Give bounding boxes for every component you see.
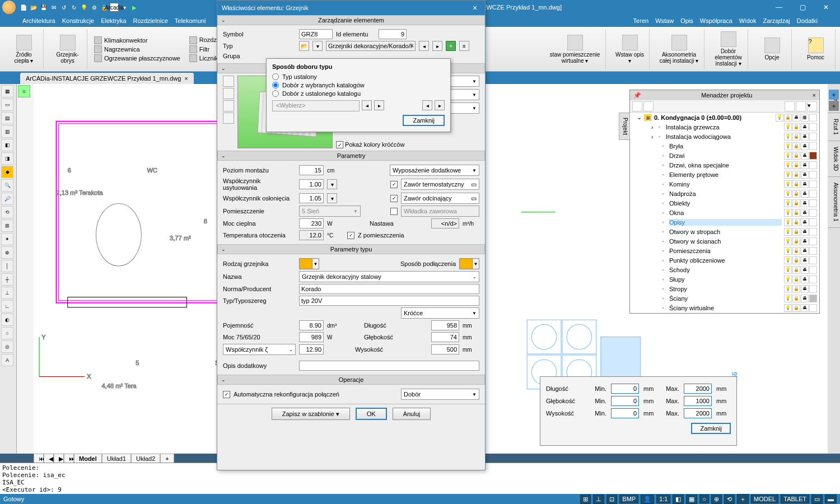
chevron-icon[interactable]: ⌄ — [221, 246, 226, 252]
bulb-icon[interactable]: 💡 — [784, 209, 792, 217]
nav-icon[interactable]: ▸ — [432, 41, 442, 51]
color-swatch[interactable] — [809, 171, 817, 179]
wo-input[interactable] — [299, 193, 324, 203]
color-swatch[interactable] — [809, 180, 817, 188]
print-icon[interactable]: 🖶 — [801, 133, 809, 141]
tree-row[interactable]: ▫Bryła💡🔒🖶 — [630, 141, 819, 151]
status-toggle[interactable]: ▦ — [686, 494, 697, 504]
tool-button[interactable]: ◐ — [1, 314, 13, 326]
tool-button[interactable]: │ — [1, 260, 13, 272]
pm-tool-icon[interactable] — [785, 101, 795, 111]
qat-icon[interactable]: ⚙ — [90, 3, 99, 12]
color-swatch[interactable] — [809, 247, 817, 255]
ribbon-button[interactable]: Aksonometria całej instalacji ▾ — [654, 29, 704, 69]
radiator-kind-swatch[interactable]: ▼ — [299, 258, 319, 269]
color-swatch[interactable] — [809, 237, 817, 245]
lock-icon[interactable]: 🔒 — [792, 237, 800, 245]
bulb-icon[interactable]: 💡 — [784, 228, 792, 236]
valve1-combo[interactable]: Zawór termostatyczny▭ — [401, 179, 479, 190]
length-max-input[interactable] — [684, 384, 712, 394]
depth-min-input[interactable] — [611, 396, 639, 406]
tree-row[interactable]: ▫Drzwi💡🔒🖶 — [630, 151, 819, 160]
depth-input[interactable] — [431, 332, 459, 342]
tree-row[interactable]: ▫Schody💡🔒🖶 — [630, 265, 819, 274]
dobor-combo[interactable]: Dobór▼ — [401, 389, 479, 400]
bulb-icon[interactable]: 💡 — [784, 180, 792, 188]
status-toggle[interactable]: BMP — [619, 494, 638, 503]
nav-icon[interactable]: ▸ — [374, 100, 384, 110]
view-icon[interactable] — [223, 76, 234, 87]
lock-icon[interactable]: 🔒 — [792, 256, 800, 264]
print-icon[interactable]: 🖶 — [801, 142, 809, 150]
color-swatch[interactable] — [809, 228, 817, 236]
ribbon-button[interactable]: Grzejnik-obrys — [48, 29, 87, 69]
tool-button[interactable]: ○ — [1, 327, 13, 339]
print-icon[interactable]: 🖶 — [792, 114, 800, 122]
side-tab[interactable]: Rzut 1 — [828, 113, 840, 141]
add-icon[interactable]: ＋ — [446, 41, 456, 51]
layout-combo[interactable]: Arcadia — [110, 3, 119, 12]
color-swatch[interactable] — [809, 133, 817, 141]
zeta-input[interactable] — [299, 344, 324, 354]
close-icon[interactable]: × — [469, 3, 480, 12]
print-icon[interactable]: 🖶 — [801, 171, 809, 179]
tree-row[interactable]: ▫Otwory w ścianach💡🔒🖶 — [630, 236, 819, 246]
view-icon[interactable] — [223, 100, 234, 111]
bulb-icon[interactable]: 💡 — [784, 295, 792, 302]
radio-fixed-type[interactable]: Typ ustalony — [272, 73, 445, 80]
status-toggle[interactable]: ⊕ — [711, 494, 722, 504]
nav-icon[interactable]: ◂ — [419, 41, 429, 51]
lock-icon[interactable]: 🔒 — [792, 285, 800, 293]
catalog-select[interactable]: <Wybierz> — [272, 100, 360, 111]
ribbon-button[interactable]: Źródło ciepła ▾ — [4, 29, 44, 69]
ribbon-button[interactable]: ?Pomoc — [796, 29, 836, 69]
tree-row[interactable]: ▫Ściany wirtualne💡🔒🖶 — [630, 303, 819, 312]
tool-button[interactable]: ▥ — [1, 125, 13, 138]
print-icon[interactable]: 🖶 — [801, 276, 809, 283]
lock-icon[interactable]: 🔒 — [792, 123, 800, 131]
lock-icon[interactable]: 🔒 — [792, 133, 800, 141]
nav-icon[interactable]: ▸ — [435, 100, 445, 110]
menu-item[interactable]: Opis — [680, 17, 693, 24]
tool-button[interactable]: ▦ — [1, 85, 13, 97]
nav-icon[interactable]: ◂ — [422, 100, 432, 110]
add-button[interactable]: ＋ — [829, 90, 839, 100]
tree-row[interactable]: ▫Okna💡🔒🖶 — [630, 208, 819, 217]
color-swatch[interactable] — [809, 209, 817, 217]
valve1-checkbox[interactable]: ✓ — [390, 181, 398, 188]
lock-icon[interactable]: 🔒 — [792, 199, 800, 207]
bulb-icon[interactable]: 💡 — [776, 114, 783, 122]
symbol-input[interactable] — [299, 29, 333, 39]
bulb-icon[interactable]: 💡 — [784, 152, 792, 160]
color-swatch[interactable] — [809, 199, 817, 207]
qat-play-icon[interactable]: ▶ — [130, 3, 139, 12]
qat-icon[interactable]: ✉ — [49, 3, 58, 12]
lock-icon[interactable]: 🔒 — [792, 171, 800, 179]
close-button[interactable]: Zamknij — [403, 115, 445, 126]
qat-dropdown-icon[interactable]: ▾ — [120, 3, 129, 12]
power75-input[interactable] — [299, 332, 324, 342]
status-toggle[interactable]: ⊞ — [580, 494, 591, 504]
status-toggle[interactable]: ▬ — [825, 494, 837, 503]
depth-max-input[interactable] — [684, 396, 712, 406]
settings-icon[interactable]: ≡ — [459, 41, 469, 51]
bulb-icon[interactable]: 💡 — [784, 161, 792, 169]
color-swatch[interactable] — [809, 276, 817, 283]
menu-item[interactable]: Dodatki — [797, 17, 818, 24]
show-colors-checkbox[interactable]: ✓ — [336, 141, 343, 148]
zeta-combo[interactable]: Współczynnik ζ⌄ — [223, 344, 296, 355]
pm-tool-icon[interactable] — [796, 101, 806, 111]
color-swatch[interactable] — [809, 218, 817, 226]
menu-item[interactable]: Elektryka — [101, 17, 126, 24]
lock-icon[interactable]: 🔒 — [792, 228, 800, 236]
ribbon-button[interactable]: Wstaw opis ▾ — [610, 29, 650, 69]
menu-item[interactable]: Architektura — [22, 17, 55, 24]
edit-icon[interactable]: ▭ — [471, 195, 477, 202]
bulb-icon[interactable]: 💡 — [784, 266, 792, 274]
status-toggle[interactable]: 👤 — [641, 494, 654, 504]
height-min-input[interactable] — [611, 408, 639, 418]
bulb-icon[interactable]: 💡 — [784, 256, 792, 264]
tool-button[interactable]: ◧ — [1, 139, 13, 151]
chevron-icon[interactable]: ⌄ — [221, 17, 226, 23]
chevron-icon[interactable]: ⌄ — [221, 153, 226, 158]
